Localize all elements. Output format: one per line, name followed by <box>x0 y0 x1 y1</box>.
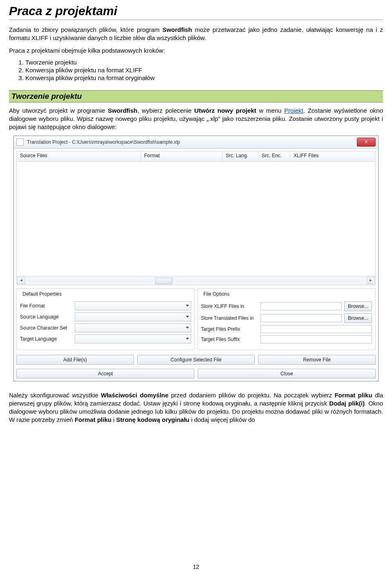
scroll-thumb[interactable] <box>155 278 172 284</box>
dialog-titlebar: Translation Project - C:\Users\rmraya\wo… <box>14 136 378 149</box>
accept-button[interactable]: Accept <box>16 369 194 379</box>
sec-command: Utwórz nowy projekt <box>194 107 256 114</box>
label-store-translated: Store Translated Files in <box>201 315 261 321</box>
after-bold: Format pliku <box>75 416 111 423</box>
after-text: i dodaj więcej plików do <box>189 416 255 423</box>
close-button[interactable]: Close <box>198 369 376 379</box>
after-paragraph: Należy skonfigurować wszystkie Właściwoś… <box>9 391 383 424</box>
panel-title-right: File Options <box>202 291 231 297</box>
after-text: Należy skonfigurować wszystkie <box>9 392 101 399</box>
col-src-enc[interactable]: Src. Enc. <box>258 152 290 161</box>
app-icon <box>16 138 24 146</box>
window-close-button[interactable]: X <box>357 138 376 147</box>
label-file-format: File Format <box>20 303 75 309</box>
browse-translated-button[interactable]: Browse... <box>344 313 372 323</box>
page-number: 12 <box>0 564 392 570</box>
page-title: Praca z projektami <box>9 4 383 20</box>
after-bold: Stronę kodową oryginału <box>116 416 189 423</box>
file-format-select[interactable] <box>75 301 191 310</box>
sec-text: Aby utworzyć projekt w programie <box>9 107 108 114</box>
label-source-language: Source Language <box>20 314 75 320</box>
translation-project-dialog: Translation Project - C:\Users\rmraya\wo… <box>13 136 379 381</box>
store-xliff-input[interactable] <box>261 302 342 310</box>
step-item: Konwersja plików projektu na format XLIF… <box>25 67 383 74</box>
browse-xliff-button[interactable]: Browse... <box>344 301 372 311</box>
chevron-down-icon <box>186 327 189 329</box>
label-target-prefix: Target Files Prefix <box>201 326 261 332</box>
sec-text: , wybierz polecenie <box>137 107 194 114</box>
after-text: i <box>111 416 116 423</box>
intro-swordfish: Swordfish <box>163 26 192 33</box>
dialog-title: Translation Project - C:\Users\rmraya\wo… <box>27 139 357 145</box>
projekt-link[interactable]: Projekt <box>284 107 303 114</box>
after-bold: Dodaj plik(i) <box>329 400 365 407</box>
step-item: Konwersja plików projektu na format oryg… <box>25 74 383 81</box>
section-heading: Tworzenie projektu <box>9 90 383 103</box>
intro-paragraph-2: Praca z projektami obejmuje kilka podsta… <box>9 47 383 55</box>
after-bold: Właściwości domyślne <box>101 392 169 399</box>
col-source-files[interactable]: Source Files <box>17 152 141 161</box>
scroll-track[interactable] <box>27 278 365 283</box>
target-prefix-input[interactable] <box>261 325 372 333</box>
source-charset-select[interactable] <box>75 323 191 332</box>
sec-swordfish: Swordfish <box>108 107 138 114</box>
file-table-body[interactable] <box>16 162 376 276</box>
section-paragraph: Aby utworzyć projekt w programie Swordfi… <box>9 107 383 131</box>
chevron-down-icon <box>186 305 189 307</box>
after-text: przed dodaniem plików do projektu. Na po… <box>169 392 335 399</box>
scroll-right-icon[interactable]: ► <box>367 277 375 284</box>
sec-text: w menu <box>256 107 284 114</box>
col-xliff-files[interactable]: XLIFF Files <box>290 152 375 161</box>
label-target-language: Target Language <box>20 336 75 342</box>
label-target-suffix: Target Files Suffix <box>201 337 261 342</box>
target-suffix-input[interactable] <box>261 335 372 343</box>
step-item: Tworzenie projektu <box>25 59 383 66</box>
intro-text-a: Zadania to zbiory powiązanych plików, kt… <box>9 26 163 33</box>
file-options-panel: File Options Store XLIFF Files in Browse… <box>197 288 376 350</box>
after-bold: Format pliku <box>334 392 372 399</box>
horizontal-scrollbar[interactable]: ◄ ► <box>16 276 376 285</box>
label-store-xliff: Store XLIFF Files in <box>201 303 261 309</box>
steps-list: Tworzenie projektu Konwersja plików proj… <box>25 59 383 81</box>
add-files-button[interactable]: Add File(s) <box>16 355 134 365</box>
panel-title-left: Default Properties <box>21 291 63 297</box>
default-properties-panel: Default Properties File Format Source La… <box>16 288 195 350</box>
table-header-row: Source Files Format Src. Lang. Src. Enc.… <box>16 151 376 162</box>
col-format[interactable]: Format <box>141 152 223 161</box>
scroll-left-icon[interactable]: ◄ <box>17 277 25 284</box>
intro-paragraph-1: Zadania to zbiory powiązanych plików, kt… <box>9 26 383 42</box>
store-translated-input[interactable] <box>261 314 342 322</box>
remove-file-button[interactable]: Remove File <box>258 355 376 365</box>
target-language-select[interactable] <box>75 334 191 343</box>
col-src-lang[interactable]: Src. Lang. <box>223 152 258 161</box>
label-source-charset: Source Character Set <box>20 325 75 331</box>
chevron-down-icon <box>186 316 189 318</box>
source-language-select[interactable] <box>75 312 191 321</box>
chevron-down-icon <box>186 338 189 340</box>
configure-selected-button[interactable]: Configure Selected File <box>137 355 255 365</box>
